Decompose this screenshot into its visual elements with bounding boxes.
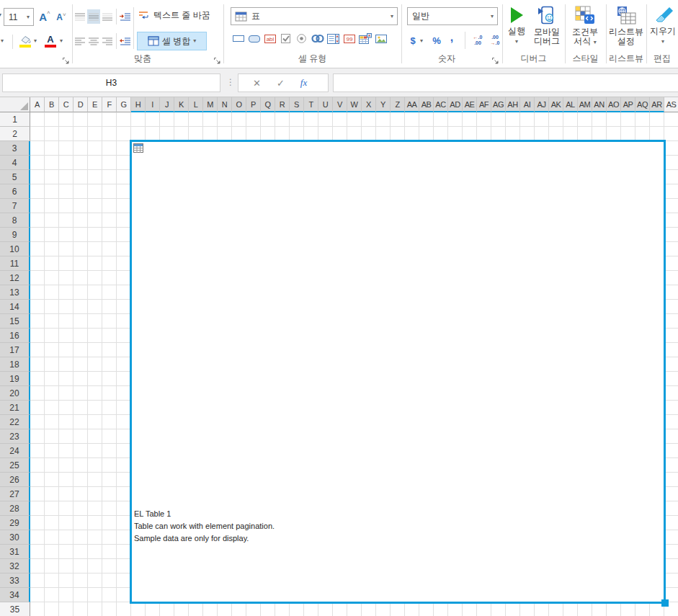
merge-cells-button[interactable]: 셀 병합 ▾ xyxy=(137,32,207,50)
row-header-14[interactable]: 14 xyxy=(0,300,30,314)
row-header-23[interactable]: 23 xyxy=(0,429,30,444)
align-middle-button[interactable] xyxy=(87,9,100,24)
column-header-AN[interactable]: AN xyxy=(592,97,607,112)
row-header-19[interactable]: 19 xyxy=(0,372,30,386)
column-header-AG[interactable]: AG xyxy=(491,97,506,112)
column-header-AH[interactable]: AH xyxy=(506,97,520,112)
row-header-28[interactable]: 28 xyxy=(0,501,30,516)
row-header-33[interactable]: 33 xyxy=(0,573,30,588)
calendar-icon[interactable] xyxy=(357,32,373,45)
row-header-9[interactable]: 9 xyxy=(0,228,30,242)
column-header-S[interactable]: S xyxy=(290,97,304,112)
row-header-26[interactable]: 26 xyxy=(0,473,30,487)
maskedit-icon[interactable]: 99 xyxy=(342,32,357,45)
column-header-Q[interactable]: Q xyxy=(261,97,275,112)
name-box[interactable]: H3 xyxy=(2,73,220,92)
decrease-font-button[interactable]: A ˅ xyxy=(54,10,68,24)
column-header-X[interactable]: X xyxy=(362,97,376,112)
selection-fill-handle[interactable] xyxy=(661,599,669,607)
row-header-22[interactable]: 22 xyxy=(0,415,30,429)
column-header-A[interactable]: A xyxy=(30,97,45,112)
row-header-30[interactable]: 30 xyxy=(0,530,30,545)
row-header-7[interactable]: 7 xyxy=(0,199,30,213)
number-format-combo[interactable]: 일반 ▾ xyxy=(407,7,498,25)
column-header-V[interactable]: V xyxy=(333,97,347,112)
currency-button[interactable]: $ xyxy=(408,33,418,48)
row-header-20[interactable]: 20 xyxy=(0,386,30,401)
row-header-4[interactable]: 4 xyxy=(0,156,30,170)
conditional-format-button[interactable]: 조건부 서식 ▾ xyxy=(567,6,603,46)
static-icon[interactable] xyxy=(231,32,246,45)
column-header-AD[interactable]: AD xyxy=(448,97,463,112)
formula-input[interactable] xyxy=(333,73,678,92)
column-header-AK[interactable]: AK xyxy=(549,97,563,112)
row-header-18[interactable]: 18 xyxy=(0,357,30,372)
row-header-2[interactable]: 2 xyxy=(0,127,30,141)
button-icon[interactable] xyxy=(246,32,262,45)
fill-color-dropdown-arrow-icon[interactable]: ▾ xyxy=(34,38,37,44)
column-header-AO[interactable]: AO xyxy=(607,97,621,112)
row-header-17[interactable]: 17 xyxy=(0,343,30,357)
function-icon[interactable]: fx xyxy=(300,77,307,89)
radio-icon[interactable] xyxy=(294,32,309,45)
font-name-dropdown-arrow-icon[interactable]: ▾ xyxy=(0,12,1,18)
column-header-L[interactable]: L xyxy=(189,97,203,112)
mobile-debug-button[interactable]: 모바일 디버그 xyxy=(531,6,563,46)
comma-button[interactable]: , xyxy=(447,30,456,45)
column-header-B[interactable]: B xyxy=(45,97,59,112)
column-header-R[interactable]: R xyxy=(275,97,290,112)
align-top-button[interactable] xyxy=(73,9,86,24)
row-header-1[interactable]: 1 xyxy=(0,112,30,127)
column-header-AR[interactable]: AR xyxy=(650,97,664,112)
increase-decimal-button[interactable]: ←.0 .00 xyxy=(470,32,486,48)
column-header-AF[interactable]: AF xyxy=(477,97,491,112)
fill-color-button[interactable] xyxy=(17,32,33,50)
row-header-29[interactable]: 29 xyxy=(0,516,30,530)
column-header-P[interactable]: P xyxy=(246,97,261,112)
row-header-27[interactable]: 27 xyxy=(0,487,30,501)
cancel-icon[interactable]: ✕ xyxy=(253,78,261,89)
select-all-corner[interactable] xyxy=(0,97,30,112)
row-header-6[interactable]: 6 xyxy=(0,184,30,199)
increase-font-button[interactable]: A ˄ xyxy=(37,9,52,24)
column-header-C[interactable]: C xyxy=(59,97,73,112)
row-header-24[interactable]: 24 xyxy=(0,444,30,458)
number-dialog-launcher[interactable] xyxy=(491,55,499,63)
currency-dropdown-arrow-icon[interactable]: ▾ xyxy=(420,38,423,44)
checkbox-icon[interactable] xyxy=(278,32,293,45)
column-header-W[interactable]: W xyxy=(347,97,362,112)
align-right-button[interactable] xyxy=(101,34,114,48)
decrease-indent-button[interactable] xyxy=(119,34,132,48)
cell-type-combo[interactable]: 표 ▾ xyxy=(231,7,398,25)
align-bottom-button[interactable] xyxy=(101,9,114,24)
column-header-T[interactable]: T xyxy=(304,97,318,112)
run-button[interactable]: 실행 ▾ xyxy=(504,6,529,45)
column-header-AL[interactable]: AL xyxy=(563,97,578,112)
column-header-F[interactable]: F xyxy=(102,97,117,112)
border-dropdown-arrow-icon[interactable]: ▾ xyxy=(1,38,4,44)
row-header-16[interactable]: 16 xyxy=(0,329,30,343)
column-header-U[interactable]: U xyxy=(318,97,333,112)
enter-icon[interactable]: ✓ xyxy=(277,78,285,89)
image-icon[interactable] xyxy=(373,32,388,45)
column-header-AC[interactable]: AC xyxy=(434,97,448,112)
column-header-AM[interactable]: AM xyxy=(578,97,592,112)
column-header-K[interactable]: K xyxy=(174,97,189,112)
combo-icon[interactable] xyxy=(326,32,341,45)
clear-button[interactable]: 지우기 ▾ xyxy=(648,6,678,45)
font-color-dropdown-arrow-icon[interactable]: ▾ xyxy=(60,38,63,44)
row-header-31[interactable]: 31 xyxy=(0,545,30,559)
edit-icon[interactable]: abl xyxy=(262,32,277,45)
font-color-button[interactable]: A xyxy=(43,32,58,50)
align-center-button[interactable] xyxy=(87,34,100,48)
link-icon[interactable] xyxy=(310,32,325,45)
column-header-J[interactable]: J xyxy=(160,97,174,112)
font-size-combo[interactable]: 11 ▾ xyxy=(4,8,34,26)
column-header-AI[interactable]: AI xyxy=(520,97,535,112)
font-dialog-launcher[interactable] xyxy=(62,55,70,63)
row-header-21[interactable]: 21 xyxy=(0,401,30,415)
column-header-AJ[interactable]: AJ xyxy=(535,97,549,112)
listview-settings-button[interactable]: 리스트뷰 설정 xyxy=(607,6,645,46)
row-header-32[interactable]: 32 xyxy=(0,559,30,573)
column-header-AA[interactable]: AA xyxy=(405,97,419,112)
